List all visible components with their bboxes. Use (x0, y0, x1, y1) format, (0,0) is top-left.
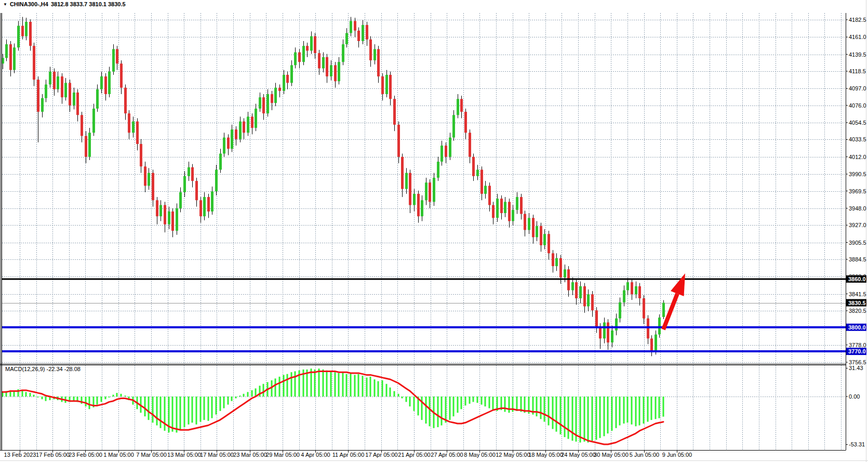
candle-down (171, 212, 174, 231)
candle-up (322, 57, 325, 69)
price-axis-label: 3884.5 (849, 256, 866, 262)
candle-down (492, 205, 495, 218)
candle-down (318, 53, 321, 68)
candle-down (559, 258, 562, 278)
candle-down (552, 253, 554, 266)
price-axis-label: 4161.0 (849, 34, 866, 40)
candle-down (33, 46, 35, 80)
candle-down (140, 144, 142, 166)
candle-up (302, 46, 305, 62)
candle-down (532, 218, 535, 237)
candle-up (564, 269, 566, 277)
candle-down (29, 22, 32, 46)
candle-down (251, 116, 253, 128)
chevron-down-icon[interactable]: ▼ (3, 2, 7, 7)
chart-canvas[interactable]: 4182.54161.04139.54118.54097.04076.04054… (0, 0, 868, 462)
candle-up (342, 44, 344, 62)
candle-up (57, 76, 59, 89)
time-axis-label: 11 Apr 05:00 (332, 452, 365, 458)
candle-down (638, 286, 641, 298)
price-axis-label: 4097.0 (849, 85, 866, 91)
candle-up (662, 303, 665, 317)
candle-down (429, 182, 431, 202)
candle-up (528, 218, 530, 230)
candle-down (381, 76, 384, 94)
candle-up (266, 94, 269, 113)
candle-down (647, 319, 649, 339)
price-badge-label: 3770.0 (848, 348, 866, 354)
candle-up (247, 116, 249, 133)
candle-up (259, 97, 261, 109)
candle-up (516, 197, 518, 210)
candle-down (508, 202, 511, 221)
time-axis: 13 Feb 202317 Feb 05:0023 Feb 05:001 Mar… (4, 451, 692, 458)
price-axis-label: 3948.0 (849, 205, 866, 212)
symbol-timeframe-label: CHINA300-,H4 (10, 1, 48, 7)
time-axis-label: 13 Mar 05:00 (167, 452, 201, 458)
candle-up (168, 212, 170, 225)
candle-down (643, 298, 645, 319)
candle-up (373, 49, 376, 60)
candle-down (116, 49, 118, 63)
price-axis-label: 3905.5 (849, 240, 866, 246)
trend-arrow[interactable] (663, 273, 685, 329)
macd-axis-label: -53.31 (849, 441, 865, 447)
candle-down (417, 194, 420, 216)
macd-indicator-label: MACD(12,26,9) -22.34 -28.08 (5, 366, 81, 372)
candle-up (290, 65, 293, 83)
candle-up (112, 49, 115, 71)
price-axis-label: 4054.5 (849, 120, 866, 126)
candles (2, 17, 665, 357)
candle-up (611, 331, 613, 342)
price-axis-label: 3841.5 (849, 291, 866, 297)
candle-up (338, 62, 340, 81)
candle-down (354, 21, 356, 31)
candle-down (207, 197, 210, 212)
candle-up (425, 182, 428, 200)
candle-down (85, 136, 87, 157)
candle-down (445, 146, 447, 157)
symbol-header: ▼ CHINA300-,H4 3812.8 3833.7 3810.1 3830… (3, 1, 126, 7)
candle-down (488, 186, 491, 205)
time-axis-label: 18 May 05:00 (528, 452, 563, 458)
candle-up (49, 72, 51, 85)
candle-up (255, 109, 257, 128)
candle-up (73, 93, 75, 105)
candle-down (357, 31, 360, 41)
candle-up (579, 286, 582, 298)
candle-down (314, 36, 316, 53)
candle-up (484, 186, 487, 193)
candle-up (405, 173, 408, 189)
candle-up (496, 199, 499, 218)
candle-up (555, 258, 558, 266)
candle-up (188, 167, 190, 176)
candle-down (235, 129, 237, 139)
candle-down (199, 200, 202, 216)
candle-down (389, 75, 392, 99)
time-axis-label: 17 Mar 05:00 (200, 452, 234, 458)
candle-up (17, 26, 20, 48)
time-axis-label: 13 Feb 2023 (4, 452, 36, 458)
candle-down (650, 338, 653, 350)
candle-up (385, 75, 388, 94)
time-axis-label: 1 Mar 05:00 (103, 452, 134, 458)
candle-down (271, 94, 273, 103)
candle-down (369, 39, 372, 60)
candle-down (21, 26, 24, 36)
candle-up (449, 138, 451, 157)
candle-down (326, 57, 328, 76)
candle-down (500, 199, 503, 213)
chart-frame (0, 13, 846, 451)
candle-up (350, 21, 352, 33)
candle-up (179, 192, 182, 208)
candle-down (334, 65, 337, 81)
candle-down (547, 234, 550, 253)
time-axis-label: 8 May 05:00 (464, 452, 496, 458)
price-badge-label: 3830.5 (848, 300, 866, 306)
candle-up (108, 72, 111, 94)
time-axis-label: 27 Apr 05:00 (431, 452, 463, 458)
candle-down (298, 52, 301, 62)
gridlines (2, 13, 846, 450)
candle-up (92, 109, 95, 133)
candle-down (191, 167, 194, 181)
